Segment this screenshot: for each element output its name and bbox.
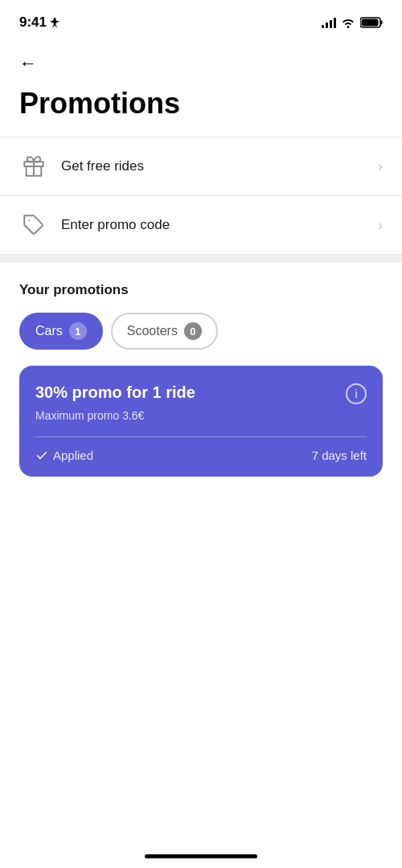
gift-icon xyxy=(19,152,48,181)
tag-icon xyxy=(19,211,48,240)
svg-rect-1 xyxy=(381,21,383,25)
svg-rect-2 xyxy=(362,19,379,27)
tab-cars-label: Cars xyxy=(35,324,63,338)
your-promotions-title: Your promotions xyxy=(19,282,383,298)
promo-footer: Applied 7 days left xyxy=(35,448,367,477)
check-icon xyxy=(35,449,48,462)
get-free-rides-item[interactable]: Get free rides › xyxy=(0,137,402,196)
promo-card: 30% promo for 1 ride i Maximum promo 3.6… xyxy=(19,366,383,477)
signal-icon xyxy=(322,17,336,28)
promo-divider xyxy=(35,436,367,437)
chevron-right-icon-2: › xyxy=(378,217,383,234)
enter-promo-code-label: Enter promo code xyxy=(61,217,378,233)
back-arrow-icon: ← xyxy=(19,53,37,73)
enter-promo-code-item[interactable]: Enter promo code › xyxy=(0,196,402,255)
wifi-icon xyxy=(341,17,355,28)
location-icon xyxy=(50,17,59,28)
tab-scooters-badge: 0 xyxy=(184,322,202,340)
section-divider xyxy=(0,255,402,263)
get-free-rides-label: Get free rides xyxy=(61,158,378,174)
home-indicator xyxy=(145,854,257,858)
chevron-right-icon: › xyxy=(378,158,383,175)
tab-cars-badge: 1 xyxy=(69,322,87,340)
status-time: 9:41 xyxy=(19,14,59,31)
tab-scooters-label: Scooters xyxy=(127,324,178,338)
applied-label: Applied xyxy=(53,448,93,462)
tab-scooters[interactable]: Scooters 0 xyxy=(111,313,218,350)
promo-applied: Applied xyxy=(35,448,93,462)
promotions-section: Your promotions Cars 1 Scooters 0 30% pr… xyxy=(0,263,402,489)
time-display: 9:41 xyxy=(19,14,47,31)
tab-cars[interactable]: Cars 1 xyxy=(19,313,103,350)
promo-card-header: 30% promo for 1 ride i xyxy=(35,382,367,404)
promo-title: 30% promo for 1 ride xyxy=(35,382,195,403)
days-left: 7 days left xyxy=(312,448,367,462)
tab-group: Cars 1 Scooters 0 xyxy=(19,313,383,350)
back-button[interactable]: ← xyxy=(0,40,402,80)
promo-subtitle: Maximum promo 3.6€ xyxy=(35,409,367,422)
status-icons xyxy=(322,17,383,28)
battery-icon xyxy=(360,17,383,28)
status-bar: 9:41 xyxy=(0,0,402,40)
page-title: Promotions xyxy=(0,80,402,137)
info-icon[interactable]: i xyxy=(346,383,367,404)
menu-section: Get free rides › Enter promo code › xyxy=(0,137,402,255)
